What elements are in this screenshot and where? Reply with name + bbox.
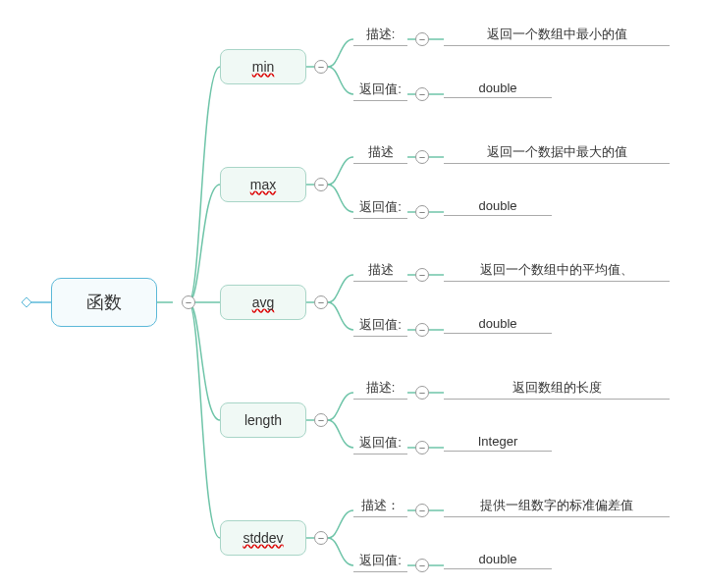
desc-value: 返回一个数组中的平均值、 [444, 261, 670, 282]
collapse-toggle-length-return[interactable]: − [415, 441, 429, 454]
collapse-toggle-min-desc[interactable]: − [415, 32, 429, 46]
func-node-length[interactable]: length [220, 402, 306, 438]
return-label: 返回值: [353, 552, 407, 572]
return-value: Integer [444, 434, 552, 452]
collapse-toggle-stddev-return[interactable]: − [415, 559, 429, 572]
desc-value: 返回一个数组中最小的值 [444, 26, 670, 46]
desc-label: 描述: [353, 379, 407, 400]
collapse-toggle-length[interactable]: − [314, 413, 328, 427]
collapse-toggle-max-return[interactable]: − [415, 205, 429, 219]
collapse-toggle-max[interactable]: − [314, 178, 328, 191]
collapse-toggle-stddev[interactable]: − [314, 531, 328, 545]
func-node-stddev[interactable]: stddev [220, 520, 306, 556]
return-value: double [444, 552, 552, 569]
collapse-toggle-max-desc[interactable]: − [415, 150, 429, 164]
return-label: 返回值: [353, 434, 407, 454]
func-label: avg [252, 294, 275, 310]
desc-label: 描述 [353, 261, 407, 282]
collapse-toggle-stddev-desc[interactable]: − [415, 504, 429, 517]
return-label: 返回值: [353, 198, 407, 219]
func-label: length [244, 412, 282, 428]
collapse-toggle-root[interactable]: − [182, 295, 195, 309]
desc-label: 描述: [353, 26, 407, 46]
return-label: 返回值: [353, 316, 407, 337]
return-value: double [444, 316, 552, 334]
root-node[interactable]: 函数 [51, 278, 157, 327]
collapse-toggle-min[interactable]: − [314, 60, 328, 74]
return-value: double [444, 80, 552, 98]
func-node-min[interactable]: min [220, 49, 306, 84]
desc-value: 提供一组数字的标准偏差值 [444, 497, 670, 517]
return-value: double [444, 198, 552, 216]
return-label: 返回值: [353, 80, 407, 101]
collapse-toggle-avg-return[interactable]: − [415, 323, 429, 337]
func-node-avg[interactable]: avg [220, 285, 306, 320]
func-label: min [252, 59, 275, 75]
desc-value: 返回一个数据中最大的值 [444, 143, 670, 164]
desc-label: 描述 [353, 143, 407, 164]
collapse-toggle-length-desc[interactable]: − [415, 386, 429, 400]
desc-value: 返回数组的长度 [444, 379, 670, 400]
root-label: 函数 [86, 291, 122, 314]
collapse-toggle-avg[interactable]: − [314, 295, 328, 309]
collapse-toggle-min-return[interactable]: − [415, 87, 429, 101]
desc-label: 描述： [353, 497, 407, 517]
func-label: max [250, 177, 276, 192]
func-node-max[interactable]: max [220, 167, 306, 202]
collapse-toggle-avg-desc[interactable]: − [415, 268, 429, 282]
func-label: stddev [243, 530, 283, 546]
